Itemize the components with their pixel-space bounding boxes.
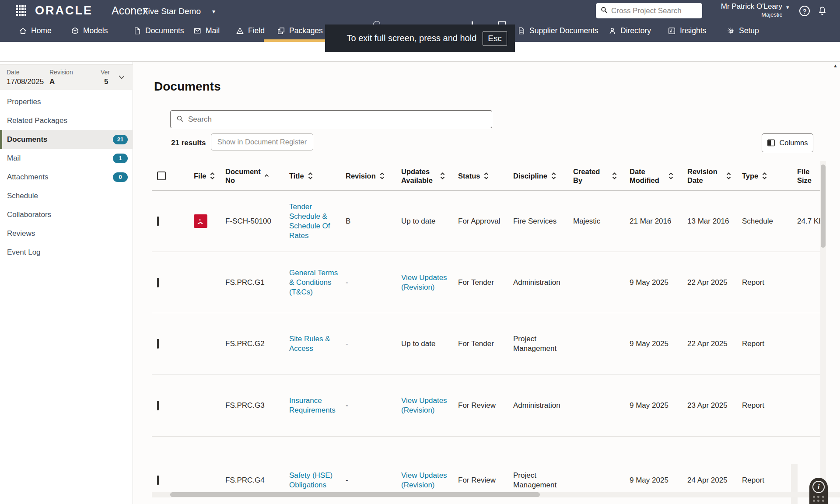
view-updates-link[interactable]: View Updates (Revision): [401, 273, 447, 291]
cell-revision-date: 22 Apr 2025: [687, 278, 742, 287]
row-checkbox[interactable]: [157, 217, 159, 226]
meta-revision-label: Revision: [49, 69, 73, 76]
cell-updates: Up to date: [401, 339, 458, 349]
sort-icon[interactable]: [762, 172, 767, 179]
sort-icon[interactable]: [484, 172, 489, 179]
sort-icon[interactable]: [726, 172, 731, 179]
sidebar-item-mail[interactable]: Mail 1: [0, 149, 133, 168]
meta-expand-chevron-icon[interactable]: [118, 74, 125, 81]
document-title-link[interactable]: Site Rules & Access: [289, 335, 330, 353]
vertical-scrollbar-thumb[interactable]: [821, 164, 826, 248]
row-checkbox[interactable]: [157, 339, 159, 349]
horizontal-scrollbar-thumb[interactable]: [170, 492, 540, 497]
sidebar-item-related-packages[interactable]: Related Packages: [0, 111, 133, 130]
cell-file-size: 24.7 KB: [797, 217, 820, 226]
col-header-document-no[interactable]: Document No: [225, 167, 289, 185]
help-widget-button[interactable]: i: [809, 478, 828, 504]
col-header-title[interactable]: Title: [289, 172, 346, 180]
nav-label: Directory: [620, 26, 651, 35]
col-header-file-size[interactable]: File Size: [797, 167, 820, 185]
sort-icon[interactable]: [380, 172, 385, 179]
meta-date-label: Date: [7, 69, 20, 76]
cell-date-modified: 9 May 2025: [630, 401, 687, 410]
cell-revision: -: [346, 401, 401, 410]
nav-home[interactable]: Home: [19, 21, 52, 40]
sidebar-item-documents[interactable]: Documents 21: [0, 130, 133, 149]
documents-search-input[interactable]: [188, 115, 472, 124]
notifications-bell-icon[interactable]: [817, 6, 828, 16]
col-header-discipline[interactable]: Discipline: [513, 172, 573, 180]
sort-icon[interactable]: [551, 172, 556, 179]
col-header-revision[interactable]: Revision: [346, 172, 401, 180]
field-triangle-icon: [236, 27, 244, 35]
cross-project-search-input[interactable]: [611, 7, 690, 15]
document-title-link[interactable]: Tender Schedule & Schedule Of Rates: [289, 203, 330, 240]
sort-icon[interactable]: [668, 172, 673, 179]
nav-mail[interactable]: Mail: [193, 21, 220, 40]
sort-icon[interactable]: [440, 172, 445, 179]
document-title-link[interactable]: Safety (HSE) Obligations: [289, 471, 332, 489]
cell-revision-date: 22 Apr 2025: [687, 339, 742, 349]
nav-label: Field: [248, 26, 265, 35]
col-header-updates-available[interactable]: Updates Available: [401, 167, 458, 185]
sort-icon[interactable]: [612, 172, 617, 179]
user-chevron-down-icon: ▾: [786, 4, 789, 10]
help-icon[interactable]: ?: [799, 6, 810, 16]
nav-models[interactable]: Models: [71, 21, 108, 40]
vertical-scrollbar[interactable]: [820, 161, 826, 489]
sidebar-item-event-log[interactable]: Event Log: [0, 243, 133, 262]
meta-ver-value: 5: [104, 77, 108, 86]
project-switcher[interactable]: Five Star Demo ▾: [143, 7, 215, 16]
view-updates-link[interactable]: View Updates (Revision): [401, 396, 447, 414]
row-checkbox[interactable]: [157, 401, 159, 410]
cell-date-modified: 9 May 2025: [630, 476, 687, 485]
table-row: FS.PRC.G4 Safety (HSE) Obligations - Vie…: [152, 437, 820, 489]
cell-type: Report: [742, 278, 797, 287]
col-header-date-modified[interactable]: Date Modified: [630, 167, 687, 185]
sidebar-item-reviews[interactable]: Reviews: [0, 224, 133, 243]
row-checkbox[interactable]: [157, 278, 159, 287]
documents-search-box[interactable]: [170, 110, 492, 128]
cell-status: For Tender: [458, 339, 513, 349]
nav-label: Mail: [206, 26, 220, 35]
app-grid-icon[interactable]: [16, 5, 26, 16]
nav-directory[interactable]: Directory: [608, 21, 651, 40]
document-title-link[interactable]: General Terms & Conditions (T&Cs): [289, 269, 338, 296]
nav-documents[interactable]: Documents: [133, 21, 184, 40]
columns-button[interactable]: Columns: [762, 133, 813, 152]
results-count: 21 results: [171, 139, 206, 147]
active-tab-underline: [264, 39, 330, 42]
select-all-checkbox[interactable]: [157, 172, 166, 180]
col-header-created-by[interactable]: Created By: [573, 167, 630, 185]
horizontal-scrollbar[interactable]: [152, 492, 840, 497]
show-in-document-register-button[interactable]: Show in Document Register: [211, 133, 313, 150]
pdf-file-icon[interactable]: [194, 214, 207, 228]
sidebar-item-attachments[interactable]: Attachments 0: [0, 168, 133, 186]
sidebar-item-properties[interactable]: Properties: [0, 92, 133, 111]
col-header-status[interactable]: Status: [458, 172, 513, 180]
document-title-link[interactable]: Insurance Requirements: [289, 396, 336, 414]
col-header-revision-date[interactable]: Revision Date: [687, 167, 742, 185]
nav-packages[interactable]: Packages: [277, 21, 323, 40]
nav-supplier-documents[interactable]: Supplier Documents: [517, 21, 598, 40]
chevron-down-icon: ▾: [212, 8, 215, 15]
col-header-type[interactable]: Type: [742, 172, 797, 180]
table-row: F-SCH-50100 Tender Schedule & Schedule O…: [152, 191, 820, 252]
sort-ascending-icon[interactable]: [264, 174, 269, 177]
nav-field[interactable]: Field: [236, 21, 265, 40]
cell-revision: -: [346, 339, 401, 349]
sort-icon[interactable]: [210, 172, 215, 179]
nav-insights[interactable]: Insights: [668, 21, 706, 40]
user-menu-name[interactable]: Mr Patrick O'Leary: [700, 2, 782, 11]
col-header-file[interactable]: File: [194, 172, 225, 180]
sidebar-item-schedule[interactable]: Schedule: [0, 186, 133, 205]
sort-icon[interactable]: [308, 172, 313, 179]
view-updates-link[interactable]: View Updates (Revision): [401, 471, 447, 489]
nav-setup[interactable]: Setup: [727, 21, 759, 40]
info-icon: i: [812, 481, 825, 493]
row-checkbox[interactable]: [157, 476, 159, 485]
scroll-up-arrow-icon[interactable]: ▲: [833, 63, 838, 68]
columns-icon: [767, 139, 775, 147]
cross-project-search[interactable]: [596, 3, 702, 18]
sidebar-item-collaborators[interactable]: Collaborators: [0, 205, 133, 224]
